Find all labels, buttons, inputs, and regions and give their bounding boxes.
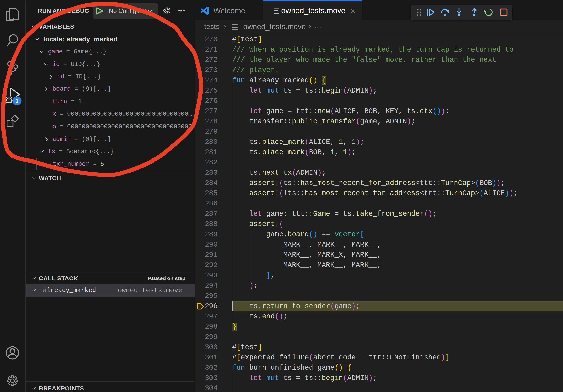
svg-text:1: 1 bbox=[15, 98, 18, 104]
